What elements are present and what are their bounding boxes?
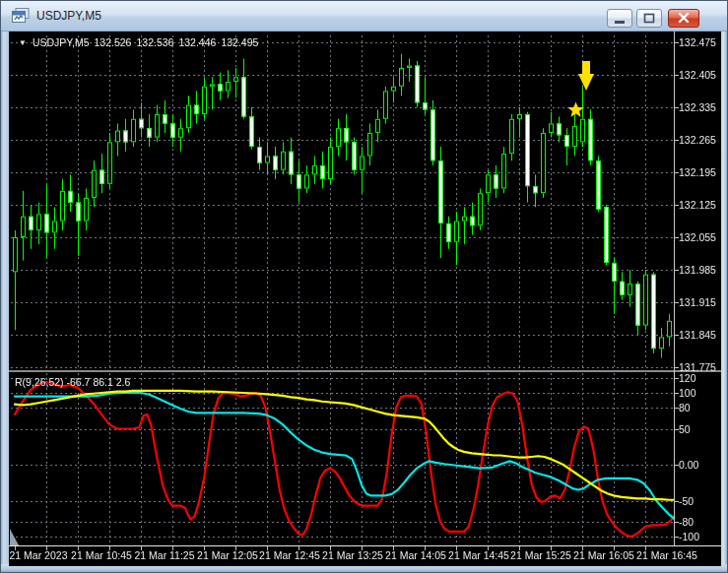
close-icon bbox=[669, 10, 698, 27]
time-tick-label: 21 Mar 16:45 bbox=[636, 549, 697, 561]
time-tick-label: 21 Mar 14:45 bbox=[448, 549, 509, 561]
time-tick-label: 21 Mar 13:25 bbox=[322, 549, 383, 561]
price-tick-label: 132.265 bbox=[679, 134, 721, 146]
window-frame-left bbox=[1, 32, 9, 573]
price-tick-label: 132.055 bbox=[679, 231, 721, 243]
time-tick-label: 21 Mar 14:05 bbox=[385, 549, 446, 561]
indicator-tick-label: 80 bbox=[679, 402, 721, 414]
price-chart-canvas[interactable] bbox=[9, 32, 721, 566]
ohlc-low: 132.446 bbox=[178, 36, 216, 48]
indicator-tick-label: 120 bbox=[679, 372, 721, 384]
price-tick-label: 131.985 bbox=[679, 264, 721, 276]
window-title: USDJPY,M5 bbox=[36, 1, 101, 31]
time-tick-label: 21 Mar 12:45 bbox=[259, 549, 320, 561]
indicator-tick-label: 50 bbox=[679, 423, 721, 435]
price-tick-label: 131.845 bbox=[679, 329, 721, 341]
sell-arrow-icon bbox=[572, 59, 600, 93]
indicator-label: R(9,26,52) -66.7 86.1 2.6 bbox=[15, 376, 130, 388]
close-button[interactable] bbox=[668, 9, 699, 28]
indicator-tick-label: -50 bbox=[679, 495, 721, 507]
chart-client-area: ▼USDJPY,M5132.526132.536132.446132.495 R… bbox=[9, 32, 721, 566]
titlebar[interactable]: USDJPY,M5 bbox=[1, 1, 727, 32]
indicator-tick-label: 100 bbox=[679, 387, 721, 399]
price-tick-label: 132.125 bbox=[679, 199, 721, 211]
minimize-icon bbox=[608, 10, 631, 27]
maximize-button[interactable] bbox=[636, 9, 662, 28]
symbol-name: USDJPY,M5 bbox=[33, 36, 90, 48]
ohlc-open: 132.526 bbox=[95, 36, 132, 48]
maximize-icon bbox=[637, 10, 661, 27]
panel-resize-grip[interactable] bbox=[10, 529, 19, 545]
indicator-tick-label: 0.00 bbox=[679, 459, 721, 471]
price-tick-label: 131.915 bbox=[679, 296, 721, 308]
star-icon bbox=[567, 101, 584, 118]
price-tick-label: 131.775 bbox=[679, 361, 721, 373]
time-tick-label: 21 Mar 12:05 bbox=[197, 549, 258, 561]
indicator-tick-label: -100 bbox=[679, 531, 721, 542]
chart-window-icon[interactable] bbox=[12, 8, 30, 24]
time-tick-label: 21 Mar 16:05 bbox=[573, 549, 634, 561]
minimize-button[interactable] bbox=[607, 9, 632, 28]
collapse-triangle-icon: ▼ bbox=[19, 38, 27, 47]
ohlc-close: 132.495 bbox=[221, 36, 258, 48]
ohlc-high: 132.536 bbox=[136, 36, 173, 48]
indicator-tick-label: -80 bbox=[679, 516, 721, 528]
price-tick-label: 132.195 bbox=[679, 166, 721, 178]
time-tick-label: 21 Mar 15:25 bbox=[510, 549, 571, 561]
chart-window: USDJPY,M5 ▼USDJPY,M5132.526132.536132.44… bbox=[0, 0, 728, 573]
price-tick-label: 132.475 bbox=[679, 36, 721, 48]
price-tick-label: 132.405 bbox=[679, 69, 721, 81]
price-tick-label: 132.335 bbox=[679, 101, 721, 113]
time-tick-label: 21 Mar 2023 bbox=[10, 549, 68, 561]
time-tick-label: 21 Mar 11:25 bbox=[134, 549, 194, 561]
symbol-ohlc-label: ▼USDJPY,M5132.526132.536132.446132.495 bbox=[19, 36, 263, 48]
time-tick-label: 21 Mar 10:45 bbox=[71, 549, 132, 561]
